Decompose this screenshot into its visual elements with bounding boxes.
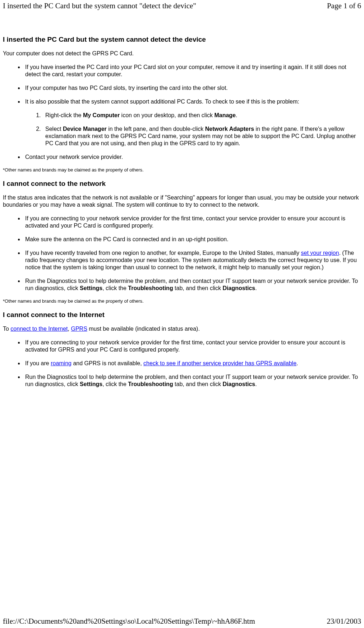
text: .: [255, 285, 257, 291]
text: must be available (indicated in status a…: [87, 326, 200, 332]
list-item: Make sure the antenna on the PC Card is …: [24, 236, 361, 243]
text: If you have recently traveled from one r…: [25, 250, 301, 256]
page-footer: file://C:\Documents%20and%20Settings\so\…: [0, 617, 364, 626]
text: icon on your desktop, and then click: [120, 112, 214, 118]
text: , click the: [102, 381, 128, 387]
set-region-link[interactable]: set your region: [301, 250, 339, 256]
section1-intro: Your computer does not detect the GPRS P…: [3, 50, 361, 57]
section3-title: I cannot connect to the Internet: [3, 311, 361, 319]
list-item: If your computer has two PC Card slots, …: [24, 84, 361, 92]
text: Select: [45, 126, 63, 132]
bold-text: Diagnostics: [223, 285, 255, 291]
text: tab, and then click: [173, 381, 223, 387]
list-item: Contact your network service provider.: [24, 153, 361, 161]
page-header: I inserted the PC Card but the system ca…: [0, 0, 364, 10]
list-item: If you are roaming and GPRS is not avail…: [24, 360, 361, 367]
section3-intro: To connect to the Internet, GPRS must be…: [3, 325, 361, 333]
bold-text: Manage: [214, 112, 236, 118]
text: .: [236, 112, 237, 118]
list-item-text: It is also possible that the system cann…: [25, 98, 299, 105]
text: Right-click the: [45, 112, 83, 118]
list-item: Run the Diagnostics tool to help determi…: [24, 278, 361, 292]
text: tab, and then click: [173, 285, 223, 291]
list-item: If you are connecting to your network se…: [24, 339, 361, 353]
content-body: I inserted the PC Card but the system ca…: [0, 10, 364, 388]
text: To: [3, 326, 10, 332]
footer-path: file://C:\Documents%20and%20Settings\so\…: [3, 617, 255, 626]
bold-text: Settings: [80, 285, 102, 291]
gprs-link[interactable]: GPRS: [71, 326, 87, 332]
text: .: [296, 360, 298, 366]
page: I inserted the PC Card but the system ca…: [0, 0, 364, 628]
page-indicator: Page 1 of 6: [327, 1, 361, 10]
list-item: If you are connecting to your network se…: [24, 215, 361, 229]
list-item: If you have recently traveled from one r…: [24, 249, 361, 271]
gprs-provider-link[interactable]: check to see if another service provider…: [143, 360, 296, 366]
connect-internet-link[interactable]: connect to the Internet: [10, 326, 68, 332]
list-item: Run the Diagnostics tool to help determi…: [24, 373, 361, 388]
section1-list: If you have inserted the PC Card into yo…: [3, 64, 361, 161]
list-item: Right-click the My Computer icon on your…: [42, 112, 361, 119]
section2-footnote: *Other names and brands may be claimed a…: [3, 298, 361, 304]
section2-title: I cannot connect to the network: [3, 180, 361, 188]
text: in the left pane, and then double-click: [107, 126, 205, 132]
section2-list: If you are connecting to your network se…: [3, 215, 361, 292]
bold-text: Troubleshooting: [128, 381, 173, 387]
section1-nested-list: Right-click the My Computer icon on your…: [25, 112, 361, 147]
bold-text: Diagnostics: [223, 381, 255, 387]
bold-text: Settings: [80, 381, 102, 387]
list-item: It is also possible that the system cann…: [24, 98, 361, 147]
bold-text: My Computer: [83, 112, 120, 118]
footer-date: 23/01/2003: [327, 617, 361, 626]
roaming-link[interactable]: roaming: [51, 360, 72, 366]
bold-text: Troubleshooting: [128, 285, 173, 291]
list-item: If you have inserted the PC Card into yo…: [24, 64, 361, 78]
section2-intro: If the status area indicates that the ne…: [3, 194, 361, 208]
section1-footnote: *Other names and brands may be claimed a…: [3, 167, 361, 173]
text: If you are: [25, 360, 51, 366]
text: and GPRS is not available,: [72, 360, 143, 366]
text: , click the: [102, 285, 128, 291]
bold-text: Device Manager: [63, 126, 107, 132]
section3-list: If you are connecting to your network se…: [3, 339, 361, 388]
header-title: I inserted the PC Card but the system ca…: [3, 1, 196, 10]
text: .: [255, 381, 257, 387]
list-item: Select Device Manager in the left pane, …: [42, 125, 361, 147]
section1-title: I inserted the PC Card but the system ca…: [3, 36, 361, 43]
bold-text: Network Adapters: [205, 126, 254, 132]
